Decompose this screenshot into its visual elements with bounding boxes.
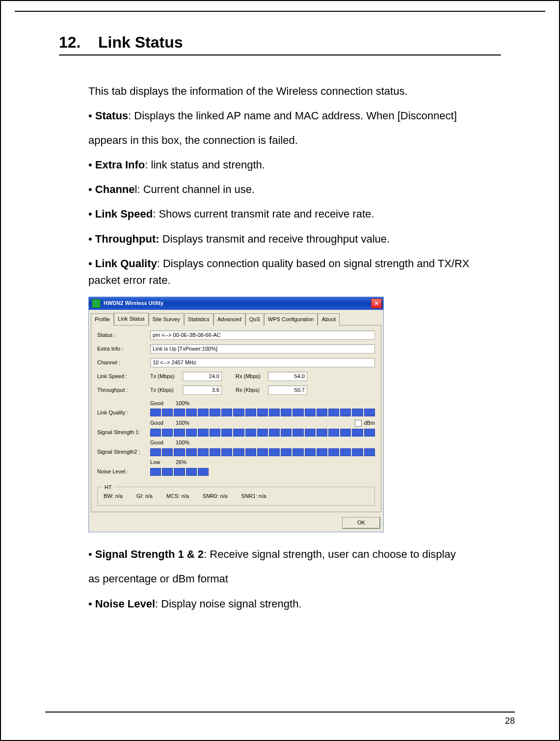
tab-advanced[interactable]: Advanced bbox=[213, 313, 245, 326]
tab-about[interactable]: About bbox=[318, 313, 340, 326]
bar-segment bbox=[257, 468, 268, 476]
tab-qos[interactable]: QoS bbox=[245, 313, 264, 326]
bar-segment bbox=[233, 468, 244, 476]
bar-segment bbox=[198, 429, 209, 437]
rx-mbps-field[interactable]: 54.0 bbox=[268, 372, 307, 381]
bullet-throughput: • Throughput: Displays transmit and rece… bbox=[88, 231, 501, 247]
bar-segment bbox=[293, 468, 303, 476]
tab-strip: ProfileLink StatusSite SurveyStatisticsA… bbox=[89, 310, 383, 325]
tx-mbps-label: Tx (Mbps) bbox=[150, 372, 183, 381]
bullet-sigstrength: • Signal Strength 1 & 2: Receive signal … bbox=[88, 546, 501, 563]
bar-segment bbox=[257, 409, 268, 416]
bar-segment bbox=[352, 409, 363, 416]
bar-segment bbox=[293, 409, 303, 416]
bar-segment bbox=[186, 409, 197, 416]
sig1-state: Good bbox=[150, 419, 176, 427]
sig2-label: Signal Strength2 : bbox=[97, 448, 150, 456]
bar-segment bbox=[364, 468, 375, 476]
body-text: This tab displays the information of the… bbox=[15, 56, 545, 612]
bar-segment bbox=[352, 429, 363, 437]
ht-mcs: MCS: n/a bbox=[166, 492, 189, 500]
bar-segment bbox=[328, 409, 339, 416]
bar-segment bbox=[198, 409, 209, 416]
channel-label: Channel : bbox=[97, 358, 150, 367]
tab-statistics[interactable]: Statistics bbox=[184, 313, 213, 326]
bar-segment bbox=[281, 468, 292, 476]
bar-segment bbox=[233, 409, 244, 416]
quality-bar bbox=[150, 409, 375, 416]
tab-link-status[interactable]: Link Status bbox=[114, 313, 148, 325]
sig2-bar bbox=[150, 448, 375, 456]
bar-segment bbox=[281, 409, 292, 416]
status-field[interactable]: pm <--> 00-0E-3B-08-66-AC bbox=[150, 330, 375, 340]
bullet-status: • Status: Displays the linked AP name an… bbox=[88, 108, 501, 124]
bar-segment bbox=[162, 409, 173, 416]
bar-segment bbox=[364, 448, 375, 456]
bar-segment bbox=[221, 429, 232, 437]
bar-segment bbox=[328, 448, 339, 456]
bar-segment bbox=[198, 448, 209, 456]
bar-segment bbox=[162, 468, 173, 476]
throughput-label: Throughput : bbox=[97, 386, 150, 394]
bar-segment bbox=[352, 448, 363, 456]
noise-bar bbox=[150, 468, 375, 476]
bullet-sigstrength-cont: as percentage or dBm format bbox=[88, 571, 501, 587]
bar-segment bbox=[269, 429, 280, 437]
bar-segment bbox=[340, 409, 351, 416]
bar-segment bbox=[317, 468, 327, 476]
page-number: 28 bbox=[505, 716, 515, 726]
bar-segment bbox=[281, 429, 292, 437]
bar-segment bbox=[150, 468, 161, 476]
bar-segment bbox=[317, 409, 327, 416]
bar-segment bbox=[293, 429, 303, 437]
intro-paragraph: This tab displays the information of the… bbox=[88, 83, 501, 100]
linkspeed-label: Link Speed : bbox=[97, 372, 150, 381]
extra-field[interactable]: Link is Up [TxPower:100%] bbox=[150, 344, 375, 354]
tab-panel: Status :pm <--> 00-0E-3B-08-66-AC Extra … bbox=[91, 325, 381, 512]
bar-segment bbox=[186, 448, 197, 456]
bar-segment bbox=[210, 429, 220, 437]
tab-wps-configuration[interactable]: WPS Configuration bbox=[264, 313, 318, 326]
utility-window: HWDN2 Wireless Utility × ProfileLink Sta… bbox=[88, 297, 384, 532]
tab-profile[interactable]: Profile bbox=[91, 313, 114, 326]
bar-segment bbox=[340, 468, 351, 476]
bar-segment bbox=[245, 429, 256, 437]
bar-segment bbox=[245, 409, 256, 416]
bar-segment bbox=[150, 429, 161, 437]
bar-segment bbox=[186, 468, 197, 476]
ht-groupbox: HT BW: n/a GI: n/a MCS: n/a SNR0: n/a SN… bbox=[97, 487, 375, 506]
dbm-checkbox[interactable] bbox=[355, 420, 362, 427]
bar-segment bbox=[305, 409, 316, 416]
heading-title: Link Status bbox=[98, 33, 183, 51]
window-title: HWDN2 Wireless Utility bbox=[104, 299, 371, 307]
bar-segment bbox=[210, 468, 220, 476]
bar-segment bbox=[198, 468, 209, 476]
tx-kbps-label: Tx (Kbps) bbox=[150, 386, 183, 394]
bar-segment bbox=[281, 448, 292, 456]
noise-state: Low bbox=[150, 458, 176, 467]
tab-site-survey[interactable]: Site Survey bbox=[149, 313, 184, 326]
bar-segment bbox=[221, 448, 232, 456]
bar-segment bbox=[352, 468, 363, 476]
bar-segment bbox=[221, 468, 232, 476]
bar-segment bbox=[340, 448, 351, 456]
tx-kbps-field[interactable]: 3.6 bbox=[183, 385, 222, 395]
tx-mbps-field[interactable]: 24.0 bbox=[183, 372, 222, 381]
channel-field[interactable]: 10 <--> 2457 MHz bbox=[150, 358, 375, 367]
bar-segment bbox=[305, 448, 316, 456]
ok-button[interactable]: OK bbox=[342, 517, 380, 529]
bullet-quality: • Link Quality: Displays connection qual… bbox=[88, 255, 501, 289]
bar-segment bbox=[305, 468, 316, 476]
quality-pct: 100% bbox=[176, 399, 200, 408]
close-button[interactable]: × bbox=[371, 299, 382, 308]
bar-segment bbox=[174, 409, 185, 416]
ht-bw: BW: n/a bbox=[104, 492, 123, 500]
sig2-state: Good bbox=[150, 439, 176, 447]
bar-segment bbox=[221, 409, 232, 416]
bar-segment bbox=[269, 468, 280, 476]
rx-kbps-field[interactable]: 50.7 bbox=[268, 385, 307, 395]
ht-legend: HT bbox=[103, 483, 114, 492]
bar-segment bbox=[174, 429, 185, 437]
dbm-label: dBm bbox=[364, 419, 375, 427]
ht-snr1: SNR1: n/a bbox=[241, 492, 267, 500]
